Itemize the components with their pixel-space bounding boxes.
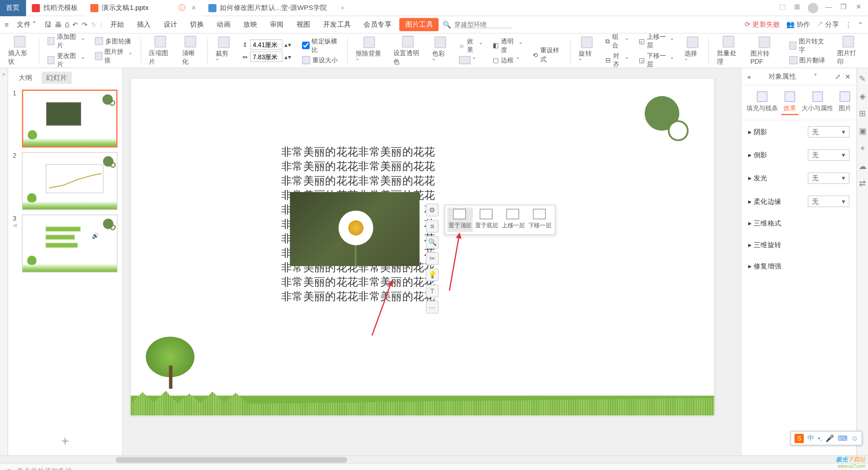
collapse-ribbon[interactable]: ⌃ <box>858 20 863 28</box>
search-input[interactable] <box>454 21 512 28</box>
menu-image-tools[interactable]: 图片工具 <box>400 18 439 31</box>
tool-layout-icon[interactable]: ⊞ <box>859 109 866 118</box>
select-button[interactable]: 选择 ˅ <box>682 36 703 65</box>
tab-new[interactable]: ＋ <box>333 0 352 16</box>
maximize-button[interactable]: ❐ <box>839 3 848 13</box>
tab-document[interactable]: 演示文稿1.pptx ⓘ ✕ <box>85 0 203 16</box>
to-text-button[interactable]: 图片转文字 <box>789 37 826 54</box>
shadow-select[interactable]: 无▾ <box>808 126 849 138</box>
more-tool-icon[interactable]: ⋯ <box>426 301 439 314</box>
more-menu[interactable]: ⋮ <box>845 20 852 28</box>
reflection-row[interactable]: ▸ 倒影无▾ <box>741 143 857 166</box>
menu-icon[interactable]: ≡ <box>5 20 9 28</box>
image-stitch-button[interactable]: 图片拼接 ˅ <box>95 47 132 64</box>
tab-help[interactable]: 如何修改图片默认...堂-源WPS学院 <box>203 0 334 16</box>
tab-template[interactable]: 找稻壳模板 <box>26 0 85 16</box>
sync-warning[interactable]: ⟳ 更新失败 <box>745 20 780 30</box>
lock-ratio-checkbox[interactable]: 锁定纵横比 <box>302 37 339 54</box>
bring-to-front-button[interactable]: 置于顶层 <box>447 208 472 232</box>
flower-image[interactable] <box>290 192 420 266</box>
glow-select[interactable]: 无▾ <box>808 172 849 184</box>
insert-shape-button[interactable]: 插入形状 <box>6 36 33 66</box>
menu-animation[interactable]: 动画 <box>212 17 235 32</box>
combine-button[interactable]: ⧉ 组合 ˅ <box>605 33 628 50</box>
multi-outline-button[interactable]: 多图轮播 <box>95 37 131 45</box>
tool-location-icon[interactable]: ⌖ <box>860 143 865 153</box>
sogou-icon[interactable]: S <box>795 433 804 442</box>
tab-image[interactable]: 图片 <box>836 90 854 115</box>
ime-voice-icon[interactable]: 🎤 <box>826 434 834 442</box>
slide-thumbnail-1[interactable] <box>22 89 118 147</box>
tool-brush-icon[interactable]: ✎ <box>859 74 866 83</box>
panel-popout-icon[interactable]: ⤢ <box>835 73 841 81</box>
move-backward-button[interactable]: 下移一层 <box>527 208 552 232</box>
tool-transfer-icon[interactable]: ⇄ <box>859 179 866 188</box>
menu-start[interactable]: 开始 <box>106 17 129 32</box>
file-menu[interactable]: 文件 ˅ <box>12 17 41 32</box>
avatar-icon[interactable] <box>808 3 818 13</box>
horizontal-scrollbar[interactable] <box>0 455 868 463</box>
tool-media-icon[interactable]: ▣ <box>859 126 867 135</box>
print-icon[interactable]: 🖶 <box>55 20 61 28</box>
reset-size-button[interactable]: 重设大小 <box>302 56 338 65</box>
change-image-button[interactable]: 更改图片 ˅ <box>47 52 85 69</box>
tab-effect[interactable]: 效果 <box>781 90 798 115</box>
ime-toolbar[interactable]: S 中 •, 🎤 ⌨ ☺ <box>791 431 862 446</box>
crop-tool-icon[interactable]: ✂ <box>426 252 439 265</box>
tab-close[interactable]: ✕ <box>191 5 196 11</box>
border-button[interactable]: ▢ 边框 ˅ <box>493 56 519 65</box>
idea-tool-icon[interactable]: 💡 <box>426 268 439 281</box>
3d-rotation-row[interactable]: ▸ 三维旋转 <box>741 234 857 255</box>
menu-slideshow[interactable]: 放映 <box>239 17 262 32</box>
menu-devtools[interactable]: 开发工具 <box>319 17 356 32</box>
tool-cloud-icon[interactable]: ☁ <box>859 161 867 170</box>
ime-lang[interactable]: 中 <box>807 433 814 443</box>
search-icon[interactable]: 🔍 <box>443 20 451 28</box>
translate-button[interactable]: 图片翻译 <box>789 56 825 65</box>
tool-style-icon[interactable]: ◈ <box>859 91 866 100</box>
menu-member[interactable]: 会员专享 <box>359 17 396 32</box>
slide-thumbnail-2[interactable] <box>22 152 118 210</box>
ime-punct-icon[interactable]: •, <box>818 434 822 442</box>
repair-row[interactable]: ▸ 修复增强 <box>741 256 857 277</box>
tab-home[interactable]: 首页 <box>0 0 26 16</box>
app-icon-2[interactable]: ⊞ <box>793 3 802 13</box>
reset-style-button[interactable]: ⟲ 重设样式 <box>533 46 562 63</box>
minimize-button[interactable]: — <box>824 3 833 13</box>
collab-button[interactable]: 👥 协作 <box>786 20 811 30</box>
app-icon-1[interactable]: ⬚ <box>778 3 787 13</box>
ime-face-icon[interactable]: ☺ <box>851 434 859 442</box>
clarify-button[interactable]: 清晰化 <box>180 36 202 66</box>
to-pdf-button[interactable]: 图片转PDF <box>748 37 781 65</box>
tab-fill[interactable]: 填充与线条 <box>744 90 781 115</box>
soft-edge-row[interactable]: ▸ 柔化边缘无▾ <box>741 190 857 213</box>
remove-bg-button[interactable]: 抠除背景 ˅ <box>354 36 386 65</box>
ime-keyboard-icon[interactable]: ⌨ <box>838 434 848 442</box>
close-button[interactable]: ✕ <box>854 3 863 13</box>
canvas[interactable]: 非常美丽的花花非常美丽的花花 非常美丽的花花非常美丽的花花 非常美丽的花花非常美… <box>123 68 741 455</box>
zoom-tool-icon[interactable]: 🔍 <box>426 236 439 249</box>
reflection-select[interactable]: 无▾ <box>808 149 849 161</box>
send-to-back-button[interactable]: 置于底层 <box>474 208 499 232</box>
text-tool-icon[interactable]: T <box>426 285 439 297</box>
redo-icon[interactable]: ↷ <box>82 20 88 28</box>
outline-tab[interactable]: 大纲 <box>14 72 37 84</box>
transparent-color-button[interactable]: 设置透明色 <box>391 36 424 66</box>
slides-tab[interactable]: 幻灯片 <box>42 72 72 84</box>
height-input[interactable] <box>250 52 282 62</box>
rotate-button[interactable]: 旋转 ˅ <box>576 36 597 65</box>
print-image-button[interactable]: 图片打印 <box>835 36 862 66</box>
menu-view[interactable]: 视图 <box>292 17 315 32</box>
align-button[interactable]: ⊟ 对齐 ˅ <box>605 52 628 69</box>
preview-icon[interactable]: ⎙ <box>65 20 69 28</box>
crop-button[interactable]: 裁剪 ˅ <box>213 36 234 65</box>
panel-close-icon[interactable]: ✕ <box>845 73 851 81</box>
menu-design[interactable]: 设计 <box>159 17 182 32</box>
send-backward-button[interactable]: ◲ 下移一层 ˅ <box>639 52 674 69</box>
glow-row[interactable]: ▸ 发光无▾ <box>741 167 857 190</box>
compress-button[interactable]: 压缩图片 <box>146 36 174 66</box>
notes-bar[interactable]: ≡ 单击此处添加备注 <box>0 463 868 470</box>
style-thumbnail[interactable]: ˅ <box>459 56 476 64</box>
bring-forward-button[interactable]: ◱ 上移一层 ˅ <box>639 33 674 50</box>
transparency-button[interactable]: ◧ 透明度 ˅ <box>493 37 522 54</box>
